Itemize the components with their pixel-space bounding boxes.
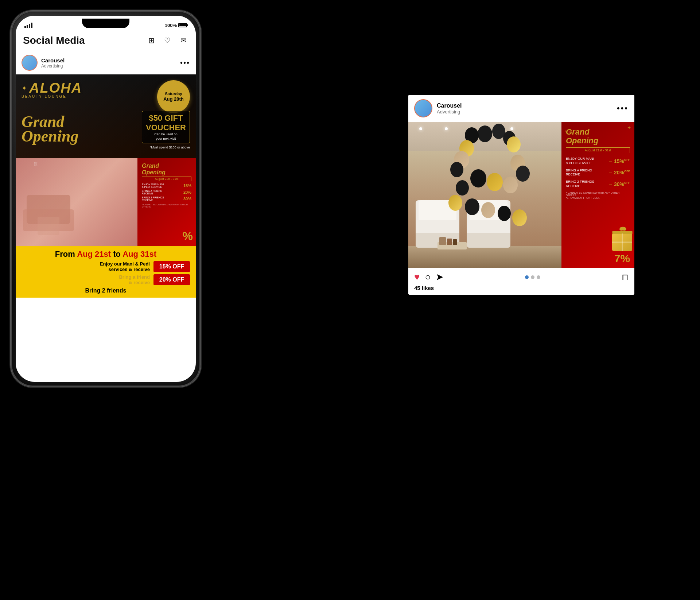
battery-icon — [178, 23, 187, 27]
bring-friends: Bring 2 friends — [22, 287, 190, 294]
phone-nav: Social Media ⊞ ♡ ✉ — [16, 32, 196, 51]
ig-image-area: ✦ ✦ GrandOpening August 21st - 31st ENJO… — [408, 122, 634, 268]
ig-share-icon[interactable]: ➤ — [436, 271, 444, 283]
phone-username: Carousel — [41, 57, 65, 63]
phone-avatar — [22, 55, 38, 71]
ig-actions: ♥ ○ ➤ ⊓ — [408, 268, 634, 285]
ig-dot-3[interactable] — [537, 275, 540, 279]
phone-notch — [82, 19, 129, 28]
salon-photo-area: 🖼 — [16, 158, 137, 246]
phone-mockup: 11: 11 a.m. 100% Social Media ⊞ ♡ ✉ — [11, 11, 201, 387]
heart-icon[interactable]: ♡ — [162, 35, 172, 46]
must-spend: *Must spend $100 or above — [22, 146, 190, 149]
ig-actions-left: ♥ ○ ➤ — [414, 271, 444, 283]
discount-2: 20% OFF — [153, 274, 190, 285]
service-label-1: Enjoy our Mani & Pediservices & receive — [22, 261, 153, 272]
ig-user-info: Carousel Advertising — [437, 102, 462, 115]
ig-service-row-3: BRING 2 FRIENDSRECEIVE → 30%OFF — [566, 180, 630, 188]
ig-avatar — [414, 99, 432, 117]
ig-banner-note: * CANNOT BE COMBINED WITH ANY OTHER OFFE… — [566, 191, 630, 199]
ig-likes: 45 likes — [408, 285, 634, 295]
phone-content: ✦ ALOHA BEAUTY LOUNGE Saturday Aug 20th … — [16, 74, 196, 379]
phone-bottom-section: From Aug 21st to Aug 31st Enjoy our Mani… — [16, 246, 196, 298]
ig-carousel-dots — [525, 275, 540, 279]
overlay-big-pct: % — [183, 229, 193, 243]
phone-user-info: Carousel Advertising — [41, 57, 65, 69]
ig-banner-title: GrandOpening — [566, 128, 630, 145]
ig-comment-icon[interactable]: ○ — [425, 271, 431, 283]
gift-amount: $50 GIFT — [146, 113, 186, 123]
phone-user-subtitle: Advertising — [41, 63, 65, 69]
ig-username: Carousel — [437, 102, 462, 109]
saturday-badge: Saturday Aug 20th — [157, 80, 190, 113]
service-label-2: Bring a friend& receive — [22, 274, 153, 285]
service-row-1: Enjoy our Mani & Pediservices & receive … — [22, 261, 190, 272]
ig-bookmark-icon[interactable]: ⊓ — [622, 272, 629, 282]
ig-service-row-1: ENJOY OUR MANI& PEDI SERVICE → 15%OFF — [566, 157, 630, 165]
gift-amount2: VOUCHER — [146, 123, 186, 132]
status-battery: 100% — [165, 23, 187, 28]
ig-heart-icon[interactable]: ♥ — [414, 271, 420, 283]
grand-opening-top: ✦ ALOHA BEAUTY LOUNGE Saturday Aug 20th … — [16, 74, 196, 158]
ig-user-subtitle: Advertising — [437, 109, 462, 115]
phone-screen: 11: 11 a.m. 100% Social Media ⊞ ♡ ✉ — [16, 16, 196, 382]
phone-more-button[interactable]: ••• — [180, 59, 190, 67]
instagram-post: Carousel Advertising ••• — [408, 95, 634, 295]
ig-header: Carousel Advertising ••• — [408, 95, 634, 122]
overlay-dates: August 21st - 31st — [142, 177, 191, 181]
aloha-brand: ALOHA — [29, 80, 82, 96]
ig-dot-1[interactable] — [525, 275, 529, 279]
add-icon[interactable]: ⊞ — [146, 35, 156, 46]
date-range: From Aug 21st to Aug 31st — [22, 249, 190, 259]
phone-grand-overlay: GrandOpening August 21st - 31st ENJOY OU… — [137, 158, 196, 246]
service-row-2: Bring a friend& receive 20% OFF — [22, 274, 190, 285]
salon-photo — [408, 122, 561, 268]
gift-label: Can be used onyour next visit — [146, 132, 186, 141]
phone-post-user: Carousel Advertising — [22, 55, 65, 71]
phone-post-header: Carousel Advertising ••• — [16, 51, 196, 74]
messenger-icon[interactable]: ✉ — [178, 35, 188, 46]
discount-1: 15% OFF — [153, 261, 190, 272]
ig-dot-2[interactable] — [531, 275, 534, 279]
nav-icons: ⊞ ♡ ✉ — [146, 35, 188, 46]
ig-banner-dates: August 21st - 31st — [566, 147, 630, 153]
nav-title: Social Media — [23, 35, 85, 46]
overlay-title: GrandOpening — [142, 163, 191, 175]
ig-user: Carousel Advertising — [414, 99, 462, 117]
ig-service-row-2: BRING A FRIENDRECEIVE → 20%OFF — [566, 169, 630, 177]
ig-grand-opening-banner: ✦ ✦ GrandOpening August 21st - 31st ENJO… — [561, 122, 634, 268]
ig-gift-icon-area: 7% — [612, 233, 632, 264]
phone-outer: 11: 11 a.m. 100% Social Media ⊞ ♡ ✉ — [11, 11, 201, 387]
pink-section: 🖼 GrandOpening August 21st - 31st ENJOY … — [16, 158, 196, 246]
gift-voucher-box: $50 GIFT VOUCHER Can be used onyour next… — [142, 111, 190, 143]
signal-icon — [24, 23, 32, 28]
ig-more-button[interactable]: ••• — [617, 104, 629, 113]
